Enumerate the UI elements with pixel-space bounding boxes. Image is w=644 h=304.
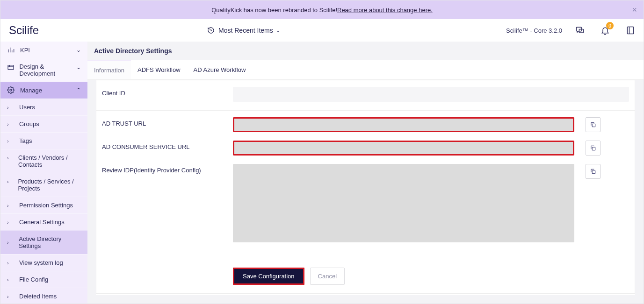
app-header: Scilife Most Recent Items ⌄ Scilife™ - C…	[0, 19, 644, 42]
sidebar: KPI ⌄ Design & Development ⌄ Manage ⌃ ›U…	[0, 42, 87, 304]
svg-point-4	[10, 89, 12, 91]
sidebar-item-label: Active Directory Settings	[19, 235, 81, 249]
client-id-input[interactable]	[233, 87, 629, 102]
save-button[interactable]: Save Configuration	[233, 268, 304, 285]
chevron-right-icon: ›	[7, 219, 13, 225]
sidebar-item-label: Users	[19, 104, 35, 111]
sidebar-item-products[interactable]: ›Products / Services / Projects	[0, 173, 87, 197]
tab-azure[interactable]: AD Azure Workflow	[187, 60, 253, 79]
chevron-right-icon: ›	[7, 105, 13, 110]
sidebar-item-label: Tags	[19, 137, 32, 144]
client-id-label: Client ID	[102, 87, 233, 97]
banner-text: QualityKick has now been rebranded to Sc…	[211, 7, 337, 14]
copy-icon	[590, 168, 596, 175]
sidebar-item-fileconfig[interactable]: ›File Config	[0, 271, 87, 288]
sidebar-item-label: Groups	[19, 120, 39, 127]
ad-consumer-label: AD CONSUMER SERVICE URL	[102, 141, 233, 150]
sidebar-section-label: Manage	[20, 87, 42, 94]
sidebar-item-groups[interactable]: ›Groups	[0, 115, 87, 132]
chevron-up-icon: ⌃	[76, 87, 81, 93]
chevron-right-icon: ›	[7, 277, 13, 283]
version-label: Scilife™ - Core 3.2.0	[506, 27, 562, 34]
main-content: Active Directory Settings Information AD…	[87, 42, 644, 304]
recent-items-dropdown[interactable]: Most Recent Items ⌄	[207, 27, 280, 34]
svg-rect-5	[592, 124, 595, 127]
recent-items-label: Most Recent Items	[218, 27, 273, 34]
svg-rect-6	[592, 147, 595, 150]
design-icon	[7, 64, 14, 71]
sidebar-section-kpi[interactable]: KPI ⌄	[0, 42, 87, 58]
copy-icon	[590, 121, 596, 128]
sidebar-item-deleted[interactable]: ›Deleted Items	[0, 288, 87, 304]
sidebar-item-clients[interactable]: ›Clients / Vendors / Contacts	[0, 149, 87, 173]
sidebar-item-label: View system log	[19, 259, 63, 266]
ad-trust-input[interactable]	[233, 117, 574, 132]
chevron-right-icon: ›	[7, 203, 13, 208]
chevron-down-icon: ⌄	[276, 28, 280, 33]
tab-information[interactable]: Information	[87, 60, 131, 79]
sidebar-item-systemlog[interactable]: ›View system log	[0, 254, 87, 271]
notification-badge: 0	[606, 22, 614, 29]
help-icon[interactable]	[623, 23, 638, 38]
logo: Scilife	[9, 24, 39, 37]
sidebar-item-label: Permission Settings	[19, 202, 73, 209]
chevron-down-icon: ⌄	[76, 47, 81, 53]
manage-icon	[7, 86, 15, 94]
svg-rect-2	[627, 27, 633, 34]
chevron-right-icon: ›	[7, 138, 13, 144]
ad-trust-label: AD TRUST URL	[102, 117, 233, 127]
copy-trust-button[interactable]	[586, 117, 601, 132]
tab-bar: Information ADFS Workflow AD Azure Workf…	[87, 60, 644, 80]
sidebar-item-general[interactable]: ›General Settings	[0, 213, 87, 230]
chevron-right-icon: ›	[7, 121, 13, 127]
kpi-icon	[7, 46, 15, 54]
sidebar-section-design[interactable]: Design & Development ⌄	[0, 58, 87, 82]
sidebar-item-label: General Settings	[19, 219, 65, 226]
sidebar-item-users[interactable]: ›Users	[0, 99, 87, 115]
chevron-right-icon: ›	[7, 155, 12, 161]
copy-idp-button[interactable]	[586, 164, 601, 179]
sidebar-item-permission[interactable]: ›Permission Settings	[0, 197, 87, 213]
sidebar-item-label: Clients / Vendors / Contacts	[18, 154, 81, 168]
sidebar-item-label: Products / Services / Projects	[18, 178, 81, 192]
ad-consumer-input[interactable]	[233, 141, 574, 156]
copy-consumer-button[interactable]	[586, 141, 601, 156]
sidebar-item-tags[interactable]: ›Tags	[0, 132, 87, 149]
page-title: Active Directory Settings	[87, 42, 644, 60]
chevron-right-icon: ›	[7, 260, 13, 266]
sidebar-item-label: Deleted Items	[19, 293, 57, 300]
chevron-right-icon: ›	[7, 179, 12, 184]
notifications-icon[interactable]: 0	[598, 23, 613, 38]
tab-adfs[interactable]: ADFS Workflow	[131, 60, 187, 79]
history-icon	[207, 27, 215, 34]
review-idp-textarea[interactable]	[233, 164, 574, 242]
banner-link[interactable]: Read more about this change here.	[337, 7, 433, 14]
svg-rect-7	[592, 170, 595, 173]
sidebar-section-manage[interactable]: Manage ⌃	[0, 82, 87, 99]
close-icon[interactable]: ×	[632, 6, 637, 14]
chevron-down-icon: ⌄	[76, 64, 81, 71]
sidebar-item-active-directory[interactable]: ›Active Directory Settings	[0, 230, 87, 254]
sidebar-item-label: File Config	[19, 276, 48, 283]
cancel-button[interactable]: Cancel	[310, 268, 345, 285]
rebrand-banner: QualityKick has now been rebranded to Sc…	[0, 0, 644, 19]
sidebar-section-label: Design & Development	[19, 63, 76, 77]
chevron-right-icon: ›	[7, 240, 12, 245]
svg-rect-3	[8, 65, 14, 70]
chevron-right-icon: ›	[7, 294, 13, 299]
sidebar-section-label: KPI	[20, 47, 30, 54]
copy-icon	[590, 145, 596, 151]
feedback-icon[interactable]	[572, 23, 587, 38]
review-idp-label: Review IDP(Identity Provider Config)	[102, 164, 233, 174]
